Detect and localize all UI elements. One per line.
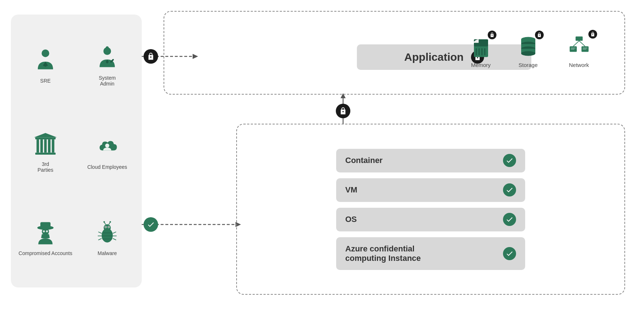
infra-row-azure: Azure confidentialcomputing Instance	[336, 237, 525, 270]
svg-rect-10	[35, 152, 56, 155]
malware-label: Malware	[98, 250, 117, 256]
svg-point-34	[109, 221, 111, 222]
azure-check	[503, 247, 516, 260]
storage-lock-badge	[535, 31, 544, 39]
svg-point-18	[105, 144, 109, 148]
spy-icon	[31, 218, 60, 247]
infra-row-container: Container	[336, 149, 525, 172]
resource-storage: Storage	[515, 33, 541, 68]
lock-arrow-top	[144, 49, 158, 64]
svg-point-57	[521, 51, 535, 56]
svg-point-33	[104, 221, 105, 222]
svg-rect-13	[40, 139, 43, 152]
sysadmin-label: SystemAdmin	[99, 75, 116, 87]
svg-rect-63	[571, 48, 575, 48]
svg-rect-16	[52, 139, 55, 152]
building-icon	[31, 129, 60, 158]
resource-icons: Memory	[468, 32, 595, 68]
actor-sysadmin: SystemAdmin	[93, 43, 122, 87]
azure-label: Azure confidentialcomputing Instance	[345, 244, 421, 263]
svg-line-35	[98, 232, 102, 233]
svg-line-59	[573, 41, 579, 46]
actor-sre: SRE	[31, 46, 60, 84]
svg-point-6	[42, 49, 49, 57]
infra-stack: Container VM OS	[336, 149, 525, 270]
memory-lock-badge	[488, 31, 496, 39]
svg-line-38	[113, 232, 116, 233]
actor-compromised: Compromised Accounts	[19, 218, 72, 256]
actor-malware: Malware	[93, 218, 122, 256]
svg-line-40	[113, 238, 116, 240]
storage-label: Storage	[519, 62, 538, 68]
sre-icon	[31, 46, 60, 75]
svg-rect-58	[575, 36, 583, 41]
svg-point-30	[108, 226, 109, 227]
svg-line-37	[98, 238, 102, 240]
application-label: Application	[404, 51, 463, 63]
actor-cloud-employees: Cloud Employees	[87, 132, 127, 170]
check-arrow-bottom	[144, 217, 158, 232]
network-icon-wrap	[563, 32, 595, 59]
svg-point-22	[43, 230, 45, 232]
svg-rect-15	[48, 139, 51, 152]
cloud-employees-label: Cloud Employees	[87, 164, 127, 170]
svg-marker-17	[34, 133, 57, 138]
resource-memory: Memory	[468, 33, 494, 68]
actor-third-parties: 3rdParties	[31, 129, 60, 173]
svg-rect-64	[571, 49, 574, 49]
threat-actors-panel: SRE SystemAdmin	[11, 15, 142, 287]
lock-arrow-vertical	[336, 104, 350, 118]
network-label: Network	[569, 62, 589, 68]
diagram-container: SRE SystemAdmin	[0, 0, 644, 310]
svg-rect-11	[35, 137, 56, 139]
svg-point-29	[105, 226, 106, 227]
resource-network: Network	[563, 32, 595, 68]
svg-point-8	[106, 47, 109, 49]
svg-rect-20	[40, 222, 51, 228]
svg-rect-14	[44, 139, 47, 152]
vm-check	[503, 183, 516, 196]
sysadmin-icon	[93, 43, 122, 72]
memory-icon-wrap	[468, 33, 494, 59]
network-lock-badge	[588, 30, 597, 39]
container-check	[503, 154, 516, 167]
svg-rect-65	[583, 48, 587, 48]
compromised-label: Compromised Accounts	[19, 250, 72, 256]
svg-rect-66	[583, 49, 586, 49]
os-label: OS	[345, 215, 357, 224]
bug-icon	[93, 218, 122, 247]
infrastructure-box: Container VM OS	[236, 124, 625, 295]
storage-icon-wrap	[515, 33, 541, 59]
application-box: Application	[164, 11, 625, 95]
svg-line-60	[579, 41, 585, 46]
memory-label: Memory	[471, 62, 491, 68]
svg-point-23	[46, 230, 48, 232]
vm-label: VM	[345, 185, 357, 195]
os-check	[503, 213, 516, 226]
svg-rect-12	[37, 139, 39, 152]
sre-label: SRE	[40, 78, 51, 84]
infra-row-vm: VM	[336, 178, 525, 202]
svg-point-26	[104, 224, 111, 231]
infra-row-os: OS	[336, 208, 525, 231]
container-label: Container	[345, 156, 383, 165]
cloud-employees-icon	[93, 132, 122, 161]
third-parties-label: 3rdParties	[37, 161, 53, 173]
